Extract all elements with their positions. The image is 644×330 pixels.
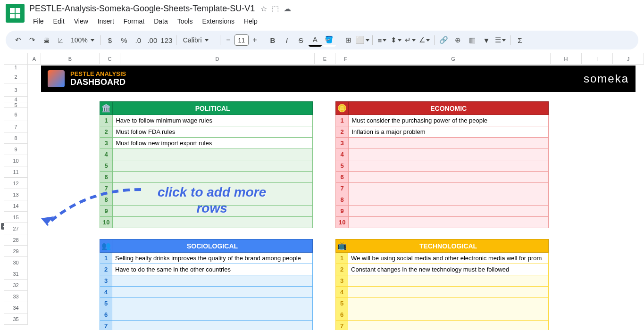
col-header-C[interactable]: C	[100, 53, 120, 65]
row-header-35[interactable]: 35	[4, 314, 28, 325]
row-text[interactable]	[349, 160, 549, 172]
row-text[interactable]	[349, 194, 549, 206]
undo-button[interactable]: ↶	[11, 33, 25, 47]
col-header-J[interactable]: J	[613, 53, 644, 65]
table-row[interactable]: 2Must follow FDA rules	[100, 126, 313, 138]
functions-button[interactable]: Σ	[513, 33, 527, 47]
row-text[interactable]	[349, 149, 549, 160]
fill-color-button[interactable]: 🪣	[323, 33, 336, 47]
link-button[interactable]: 🔗	[437, 33, 451, 47]
table-row[interactable]: 4	[100, 149, 313, 160]
row-header-3[interactable]: 3	[4, 83, 28, 97]
row-header-13[interactable]: 13	[4, 189, 28, 200]
menu-tools[interactable]: Tools	[174, 16, 197, 27]
col-header-D[interactable]: D	[120, 53, 315, 65]
decrease-font-button[interactable]: −	[223, 34, 234, 46]
row-text[interactable]	[113, 183, 313, 194]
row-text[interactable]	[349, 217, 549, 228]
row-header-15[interactable]: 15	[4, 212, 28, 223]
table-row[interactable]: 1Selling healty drinks improves the qual…	[100, 253, 313, 264]
table-row[interactable]: 2Inflation is a major problem	[336, 126, 549, 138]
table-row[interactable]: 3Must follow new import export rules	[100, 138, 313, 149]
col-header-I[interactable]: I	[582, 53, 613, 65]
table-row[interactable]: 3	[336, 138, 549, 149]
row-text[interactable]: Must follow FDA rules	[113, 126, 313, 138]
table-row[interactable]: 2Constant changes in the new technology …	[336, 264, 549, 275]
decrease-decimal-button[interactable]: .0	[132, 33, 145, 47]
table-row[interactable]: 7	[100, 321, 313, 330]
row-text[interactable]	[113, 172, 313, 183]
italic-button[interactable]: I	[280, 33, 293, 47]
strikethrough-button[interactable]: S	[294, 33, 308, 47]
rotate-button[interactable]: ∠	[418, 33, 431, 47]
table-row[interactable]: 1Have to follow minimum wage rules	[100, 115, 313, 126]
v-align-button[interactable]: ⬍	[390, 33, 403, 47]
table-row[interactable]: 4	[336, 149, 549, 160]
col-header-B[interactable]: B	[41, 53, 100, 65]
menu-format[interactable]: Format	[120, 16, 148, 27]
table-row[interactable]: 9	[100, 206, 313, 217]
row-text[interactable]	[113, 160, 313, 172]
row-text[interactable]	[112, 321, 313, 330]
row-text[interactable]: Must consider the purchasing power of th…	[349, 115, 549, 126]
menu-help[interactable]: Help	[240, 16, 261, 27]
col-header-H[interactable]: H	[551, 53, 582, 65]
table-row[interactable]: 4	[100, 287, 313, 298]
borders-button[interactable]: ⊞	[342, 33, 355, 47]
row-header-8[interactable]: 8	[4, 132, 28, 144]
text-color-button[interactable]: A	[309, 33, 322, 47]
document-title[interactable]: PESTLE-Analysis-Someka-Google-Sheets-Tem…	[29, 4, 255, 14]
row-text[interactable]: We will be using social media and other …	[348, 253, 549, 264]
row-header-7[interactable]: 7	[4, 121, 28, 132]
row-header-9[interactable]: 9	[4, 144, 28, 155]
row-text[interactable]: Have to follow minimum wage rules	[113, 115, 313, 126]
row-header-29[interactable]: 29	[4, 246, 28, 257]
row-text[interactable]	[348, 321, 549, 330]
row-text[interactable]	[349, 183, 549, 194]
select-all-corner[interactable]	[4, 53, 28, 65]
table-row[interactable]: 4	[336, 287, 549, 298]
row-header-34[interactable]: 34	[4, 302, 28, 314]
table-row[interactable]: 5	[100, 298, 313, 309]
row-text[interactable]	[348, 287, 549, 298]
cloud-icon[interactable]: ☁	[284, 4, 291, 13]
table-row[interactable]: 10	[100, 217, 313, 228]
row-header-32[interactable]: 32	[4, 280, 28, 291]
economic-table[interactable]: 🪙ECONOMIC1Must consider the purchasing p…	[335, 101, 549, 228]
menu-file[interactable]: File	[29, 16, 48, 27]
row-text[interactable]	[349, 172, 549, 183]
row-text[interactable]	[349, 138, 549, 149]
row-header-27[interactable]: 27	[4, 223, 28, 234]
technological-table[interactable]: 📺TECHNOLOGICAL1We will be using social m…	[335, 239, 549, 330]
row-text[interactable]	[113, 217, 313, 228]
sheets-logo[interactable]	[6, 4, 25, 23]
row-header-5[interactable]: 5	[4, 102, 28, 108]
wrap-button[interactable]: ↵	[404, 33, 417, 47]
row-text[interactable]	[113, 206, 313, 217]
col-header-G[interactable]: G	[356, 53, 551, 65]
row-text[interactable]	[112, 287, 313, 298]
row-header-31[interactable]: 31	[4, 268, 28, 280]
row-text[interactable]	[112, 275, 313, 287]
table-row[interactable]: 1Must consider the purchasing power of t…	[336, 115, 549, 126]
table-row[interactable]: 7	[336, 321, 549, 330]
comment-button[interactable]: ⊕	[452, 33, 465, 47]
table-row[interactable]: 8	[100, 194, 313, 206]
print-button[interactable]: 🖶	[40, 33, 53, 47]
font-select[interactable]: Calibri	[179, 36, 217, 44]
col-header-F[interactable]: F	[335, 53, 356, 65]
row-text[interactable]	[112, 298, 313, 309]
bold-button[interactable]: B	[266, 33, 279, 47]
row-text[interactable]	[113, 194, 313, 206]
row-text[interactable]: Selling healty drinks improves the quali…	[112, 253, 313, 264]
row-text[interactable]	[349, 206, 549, 217]
menu-data[interactable]: Data	[150, 16, 172, 27]
row-text[interactable]	[348, 275, 549, 287]
filter-button[interactable]: ▼	[480, 33, 493, 47]
zoom-select[interactable]: 100%	[68, 36, 97, 44]
row-text[interactable]: Have to do the same in the other countri…	[112, 264, 313, 275]
row-text[interactable]	[112, 309, 313, 321]
row-header-10[interactable]: 10	[4, 155, 28, 166]
h-align-button[interactable]: ≡	[376, 33, 389, 47]
row-text[interactable]	[348, 309, 549, 321]
